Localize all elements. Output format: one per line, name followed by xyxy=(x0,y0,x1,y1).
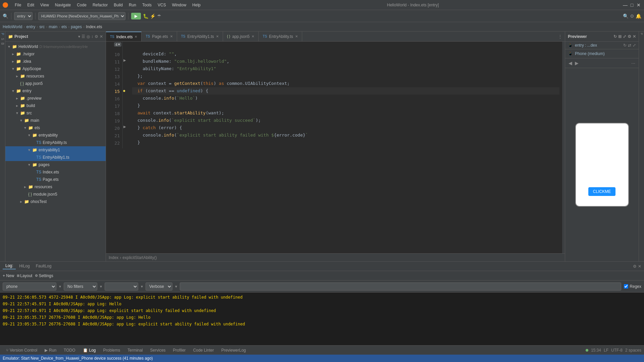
menu-window[interactable]: Window xyxy=(169,2,189,8)
menu-code[interactable]: Code xyxy=(74,2,89,8)
tree-item-ohostest[interactable]: ▸ 📁 ohosTest xyxy=(5,198,106,205)
forward-icon[interactable]: ▶ xyxy=(574,60,579,66)
toolbar-debug-icon[interactable]: 🐛 xyxy=(143,13,149,19)
settings-label[interactable]: ⚙ Settings xyxy=(35,273,53,278)
tree-item-module-json5[interactable]: ▸ { } module.json5 xyxy=(5,191,106,198)
tab-close-icon[interactable]: ✕ xyxy=(170,35,173,38)
breadcrumb-file[interactable]: Index.ets xyxy=(86,24,102,29)
tab-close-icon[interactable]: ✕ xyxy=(252,35,254,38)
tree-item-resources[interactable]: ▸ 📁 resources xyxy=(5,72,106,80)
clickme-button[interactable]: CLICKME xyxy=(588,187,615,196)
tab-page-ets[interactable]: TS Page.ets ✕ xyxy=(142,32,177,41)
breadcrumb-index[interactable]: Index xyxy=(109,255,118,260)
tree-item-page-ets[interactable]: ▸ TS Page.ets xyxy=(5,176,106,183)
tab-close-icon[interactable]: ✕ xyxy=(295,35,298,38)
tab-close-icon[interactable]: ✕ xyxy=(216,35,219,38)
toolbar-notif-icon[interactable]: 🔔 xyxy=(636,13,641,19)
code-lines[interactable]: deviceId: "", bundleName: "com.lbj.hello… xyxy=(129,42,562,253)
breadcrumb-entry[interactable]: entry xyxy=(26,24,35,29)
tab-entryability1-ts[interactable]: TS EntryAbility1.ts ✕ xyxy=(177,32,223,41)
tree-item-helloworld[interactable]: ▾ 📁 HelloWorld D:\Harmonyos\codelibrary\… xyxy=(5,43,106,50)
menu-file[interactable]: File xyxy=(12,2,24,8)
menu-build[interactable]: Build xyxy=(111,2,125,8)
log-tab-hilog[interactable]: HiLog xyxy=(16,263,32,269)
log-tab-log[interactable]: Log: xyxy=(3,263,16,269)
menu-vcs[interactable]: VCS xyxy=(155,2,169,8)
project-dropdown-icon[interactable]: ▾ xyxy=(78,34,80,39)
log-close-icon[interactable]: ✕ xyxy=(638,264,641,269)
settings-icon[interactable]: ⚙ xyxy=(95,34,98,39)
run-button[interactable]: ▶ xyxy=(131,13,141,19)
breadcrumb-main[interactable]: main xyxy=(49,24,57,29)
menu-navigate[interactable]: Navigate xyxy=(52,2,73,8)
new-label[interactable]: + New xyxy=(3,273,14,278)
layout-label[interactable]: ⊞ Layout xyxy=(17,273,32,278)
refresh-icon[interactable]: ↻ xyxy=(613,34,617,39)
scrollbar[interactable] xyxy=(562,42,565,253)
status-tab-previewerlog[interactable]: PreviewerLog xyxy=(218,347,249,353)
expand-icon[interactable]: ⤢ xyxy=(623,34,626,39)
log-search-input[interactable] xyxy=(180,282,621,291)
code-editor[interactable]: 4 ▾ 1011121314 15 16171819202122 ▶ ▶ ● d… xyxy=(106,42,565,253)
close-button[interactable]: ✕ xyxy=(636,2,641,8)
rotate-icon[interactable]: ↻ xyxy=(623,43,627,48)
breadcrumb-ets[interactable]: ets xyxy=(61,24,67,29)
tree-item-appscope[interactable]: ▾ 📁 AppScope xyxy=(5,65,106,72)
status-tab-todo[interactable]: TODO xyxy=(60,347,78,353)
close-panel-icon[interactable]: ✕ xyxy=(100,34,103,39)
back-icon[interactable]: ◀ xyxy=(568,60,573,66)
status-tab-problems[interactable]: Problems xyxy=(100,347,124,353)
fold-icon2[interactable]: ▶ xyxy=(123,125,126,128)
toolbar-cover-icon[interactable]: ☂ xyxy=(157,13,161,19)
fold-icon[interactable]: ▶ xyxy=(123,58,126,62)
mirror-icon[interactable]: ⇄ xyxy=(628,43,631,48)
tab-close-icon[interactable]: ✕ xyxy=(135,35,137,39)
log-content[interactable]: 09-21 22:56:05.573 4572-25948 I A0c0d0/J… xyxy=(0,293,644,345)
channel-select[interactable] xyxy=(105,282,138,291)
tree-item-hvigor[interactable]: ▸ 📁 .hvigor xyxy=(5,50,106,58)
scroll-to-source-icon[interactable]: ◎ xyxy=(87,34,90,39)
maximize-button[interactable]: □ xyxy=(629,2,635,8)
right-sidebar-previewer-icon[interactable]: P xyxy=(640,33,643,35)
status-tab-codelinter[interactable]: Code Linter xyxy=(190,347,217,353)
toolbar-search2-icon[interactable]: 🔍 xyxy=(623,13,629,19)
collapse-all-icon[interactable]: ☰ xyxy=(82,34,85,39)
no-filters-select[interactable]: No filters xyxy=(64,282,97,291)
lf-display[interactable]: LF xyxy=(604,348,608,353)
tree-item-idea[interactable]: ▸ 📁 .idea xyxy=(5,58,106,65)
tabs-more-icon[interactable]: ⋮ xyxy=(555,32,565,41)
layout-grid-icon[interactable]: ⊞ xyxy=(618,34,622,39)
toolbar-search-icon[interactable]: 🔍 xyxy=(3,13,8,19)
structure-icon[interactable]: S xyxy=(1,38,4,40)
collapse-icon[interactable]: ✕ xyxy=(633,34,636,39)
tree-item-entry[interactable]: ▾ 📁 entry xyxy=(5,87,106,95)
menu-tools[interactable]: Tools xyxy=(140,2,154,8)
toolbar-profile-icon[interactable]: ⚡ xyxy=(150,13,156,19)
expand2-icon[interactable]: ⤢ xyxy=(633,43,636,48)
menu-view[interactable]: View xyxy=(38,2,52,8)
tree-item-index-ets[interactable]: ▸ TS Index.ets xyxy=(5,168,106,176)
tree-item-ets[interactable]: ▾ 📁 ets xyxy=(5,124,106,132)
status-tab-log[interactable]: 📋 Log xyxy=(79,347,99,353)
more-icon[interactable]: ··· xyxy=(631,60,636,66)
log-tab-faultlog[interactable]: FaultLog xyxy=(33,263,54,269)
tree-item-entryability-folder[interactable]: ▾ 📁 entryability xyxy=(5,132,106,139)
breadcrumb-function[interactable]: explicitStartAbility() xyxy=(122,255,157,260)
tree-item-entryability1-folder[interactable]: ▾ 📁 entryability1 xyxy=(5,146,106,154)
tree-item-pages-folder[interactable]: ▾ 📁 pages xyxy=(5,161,106,168)
tree-item-entryability1-ts[interactable]: ▸ TS EntryAbility1.ts xyxy=(5,154,106,161)
menu-refactor[interactable]: Refactor xyxy=(90,2,110,8)
log-settings-icon[interactable]: ⚙ xyxy=(633,264,637,269)
bookmarks-icon[interactable]: B xyxy=(1,43,4,45)
settings-icon[interactable]: ⚙ xyxy=(628,34,631,39)
entry-selector[interactable]: entry xyxy=(14,12,33,20)
spaces-display[interactable]: 2 spaces xyxy=(625,348,641,353)
menu-help[interactable]: Help xyxy=(190,2,203,8)
tab-app-json5[interactable]: { } app.json5 ✕ xyxy=(223,32,259,41)
status-tab-terminal[interactable]: Terminal xyxy=(124,347,146,353)
tree-item-main[interactable]: ▾ 📁 main xyxy=(5,117,106,124)
tab-index-ets[interactable]: TS Index.ets ✕ xyxy=(106,32,142,41)
toolbar-settings-icon[interactable]: ⚙ xyxy=(630,13,634,19)
status-tab-run[interactable]: ▶ Run xyxy=(41,347,60,353)
regex-checkbox-label[interactable]: Regex xyxy=(624,284,641,289)
